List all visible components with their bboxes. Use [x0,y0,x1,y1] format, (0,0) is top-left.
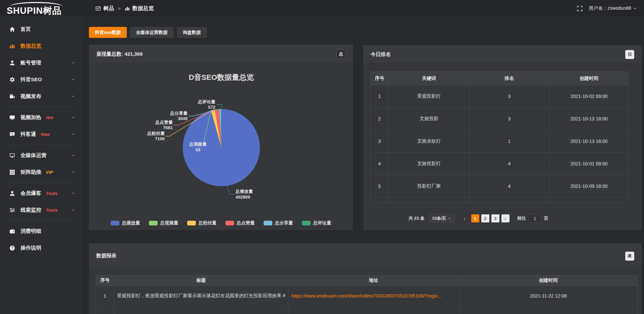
chevron-down-icon [71,78,75,81]
goto-page-input[interactable] [529,214,541,223]
table-cell: 文旅投影灯 [389,153,470,175]
table-header-row: 序号标题地址创建时间 [96,275,638,286]
legend-swatch [225,221,234,225]
sidebar-item-数据总览[interactable]: 数据总览 [0,38,82,54]
sidebar-divider [6,107,76,107]
sidebar-item-label: 账号管理 [20,59,41,66]
table-cell: 3 [470,108,549,130]
breadcrumb: 树品 > 数据总览 [96,0,154,17]
pie-label-name: 总评论量 [198,99,215,104]
day-toggle-button[interactable]: 日 [625,50,634,59]
page-size-value: 10条/页 [432,216,446,221]
sidebar-item-会员爆客[interactable]: 会员爆客Tools [0,185,82,202]
sidebar-item-线索监控[interactable]: 线索监控Tools [0,202,82,218]
pie-label-value: 572 [208,105,215,110]
tab-询盘数据[interactable]: 询盘数据 [177,27,207,38]
gear-icon [9,77,15,83]
table-cell: 投影灯厂家 [389,175,470,198]
legend-item-总分享量[interactable]: 总分享量 [264,220,293,226]
table-toggle-button[interactable]: 表 [625,252,634,261]
table-cell: 2 [371,108,389,130]
chat-icon [9,132,15,137]
pie-label-name: 总播放量 [235,189,253,194]
sidebar-item-label: 会员爆客 [20,190,41,197]
table-row: 5投影灯厂家42021-10-09 18:00 [371,175,629,198]
home-icon [9,27,15,32]
table-row-partial [96,306,638,314]
legend-swatch [264,221,272,225]
sidebar-item-首页[interactable]: 首页 [0,21,82,38]
chevron-down-icon [71,133,75,136]
goto-label: 前往 [517,215,526,221]
sidebar-item-账号管理[interactable]: 账号管理 [0,54,82,71]
report-panel: 数据报表 表 序号标题地址创建时间1景观投影灯，夜游景观投影灯厂家展示展示落花灯… [89,244,642,314]
tab-抖音seo数据[interactable]: 抖音seo数据 [89,27,127,38]
sidebar-item-抖客通[interactable]: 抖客通New [0,126,82,143]
table-row: 3文旅水纹灯12021-10-13 18:00 [371,130,629,153]
pie-label-name: 总分享量 [170,111,187,116]
chevron-down-icon [71,116,75,119]
page-button-3[interactable]: 3 [491,214,499,222]
table-cell: 2021-10-13 18:00 [549,130,629,153]
sidebar-item-视频发布[interactable]: 视频发布 [0,88,82,105]
chevron-down-icon [71,192,75,195]
legend-label: 总分享量 [275,220,293,226]
logo-text-cn: 树品 [43,6,62,16]
fullscreen-icon[interactable] [577,6,583,11]
table-cell [288,306,459,314]
page-button-1[interactable]: 1 [471,214,479,222]
legend-item-总视频量[interactable]: 总视频量 [149,220,178,226]
table-cell: 1 [96,286,114,306]
pie-label-name: 总视频量 [189,142,207,147]
sidebar-item-消费明细[interactable]: 消费明细 [0,223,82,240]
trend-chart-icon [96,6,101,11]
report-video-link[interactable]: https://www.iesdouyin.com/share/video/70… [289,293,459,299]
sidebar-item-矩阵助推[interactable]: 矩阵助推VIP [0,164,82,180]
next-page-button[interactable]: › [501,214,509,222]
sidebar-item-label: 线索监控 [20,207,41,214]
ranking-table: 序号关键词排名创建时间1景观投影灯32021-10-02 09:002文旅投影3… [370,71,629,203]
table-cell: 4 [470,175,549,198]
table-cell: 2021-11-22 12:08 [459,286,638,306]
legend-item-总评论量[interactable]: 总评论量 [302,220,331,226]
sidebar-item-label: 抖客通 [20,131,36,138]
pie-label-name: 总点赞量 [155,120,173,125]
user-menu[interactable]: 用户名：zswodun88 [589,5,637,11]
column-header: 标题 [114,275,288,286]
chevron-down-icon [71,95,75,98]
table-row: 2文旅投影32021-10-13 18:00 [371,108,629,130]
legend-item-总点赞量[interactable]: 总点赞量 [225,220,255,226]
prev-page-button[interactable]: ‹ [461,214,469,222]
report-title-cell: 景观投影灯，夜游景观投影灯厂家展示展示落花灯在花园里的灯光投影应用效果 # [114,286,288,306]
legend-item-总粉丝量[interactable]: 总粉丝量 [187,220,217,226]
sidebar-item-抖音SEO[interactable]: 抖音SEO [0,71,82,88]
user-icon [9,60,15,66]
impressions-panel: 展现量总数: 421,369 总 D音SEO数据量总览总播放量402909总视频… [89,45,353,230]
legend-label: 总评论量 [313,220,331,226]
grid-icon [9,169,15,175]
column-header: 序号 [371,72,389,85]
page-size-select[interactable]: 10条/页 [429,214,454,223]
impressions-total-title: 展现量总数: 421,369 [96,51,143,57]
sidebar-item-全媒体运营[interactable]: 全媒体运营 [0,147,82,164]
page-button-2[interactable]: 2 [481,214,489,222]
sidebar-item-操作说明[interactable]: ?操作说明 [0,240,82,256]
breadcrumb-root[interactable]: 树品 [103,5,114,12]
tab-全媒体运营数据[interactable]: 全媒体运营数据 [130,27,174,38]
table-row: 1景观投影灯32021-10-02 09:00 [371,85,629,108]
column-header: 创建时间 [549,72,629,85]
sidebar-item-视频加热[interactable]: 视频加热Hot [0,109,82,126]
chevron-down-icon [633,7,637,10]
table-cell: 3 [371,130,389,153]
help-icon: ? [9,245,15,251]
legend-item-总播放量[interactable]: 总播放量 [111,220,140,226]
table-cell: 1 [470,130,549,153]
pie-label-value: 7681 [163,125,173,130]
total-toggle-button[interactable]: 总 [336,50,345,59]
table-cell: 2021-10-01 09:00 [549,153,629,175]
topbar: SHUPIN树品 树品 > 数据总览 用户名：zswodun88 [0,0,644,17]
report-url-cell: https://www.iesdouyin.com/share/video/70… [288,286,459,306]
page-buttons: 123› [470,214,511,222]
sidebar-item-label: 数据总览 [20,43,41,50]
pie-label-name: 总粉丝量 [147,131,165,136]
